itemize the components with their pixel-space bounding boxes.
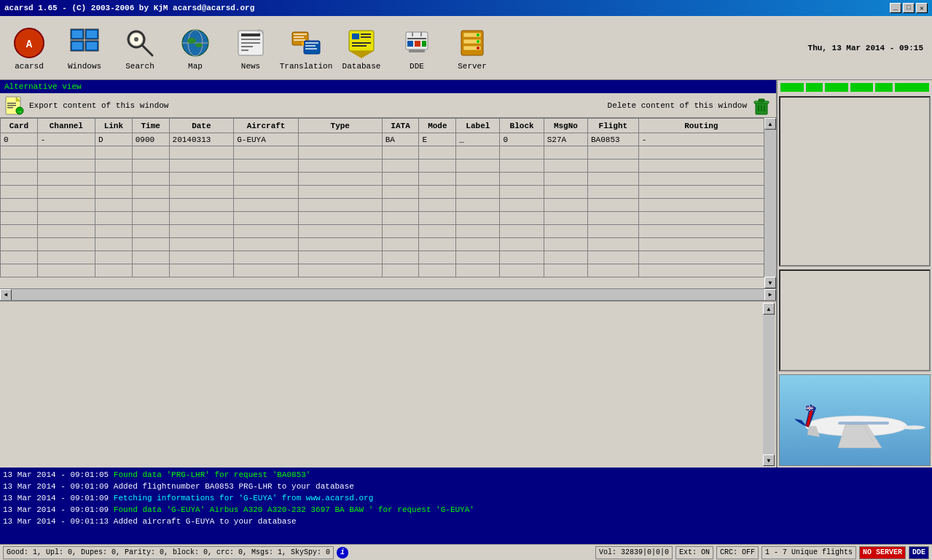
scroll-track[interactable] [764,130,776,277]
toolbar-label-windows: Windows [68,62,101,71]
log-line-1: 13 Mar 2014 - 09:01:05 Found data 'PRG-L… [3,469,929,481]
cell-block: 0 [500,133,544,146]
svg-line-12 [142,45,152,55]
svg-point-17 [187,38,196,44]
svg-point-13 [134,37,138,42]
datetime-display: Thu, 13 Mar 2014 - 09:15 [808,44,929,52]
scroll-down-button[interactable]: ▼ [764,277,776,288]
svg-rect-40 [361,36,371,38]
text-vertical-scrollbar[interactable]: ▲ ▼ [763,303,775,466]
svg-rect-39 [361,33,371,35]
log-line-4: 13 Mar 2014 - 09:01:09 Found data 'G-EUY… [3,504,929,516]
alt-view-label: Alternative view [4,82,82,91]
table-row[interactable]: 0 - D 0900 20140313 G-EUYA BA E _ [1,133,764,146]
translation-icon [289,25,324,60]
toolbar-item-server[interactable]: Server [446,19,498,77]
title-bar-left: acarsd 1.65 - (C) 2003-2006 by KjM acars… [4,4,254,12]
cell-link: D [95,133,132,146]
title-bar-controls: _ □ ✕ [890,3,928,13]
cell-date: 20140313 [169,133,234,146]
scroll-up-button[interactable]: ▲ [764,118,776,130]
svg-rect-9 [87,42,97,50]
status-main-text: Good: 1, Upl: 0, Dupes: 0, Parity: 0, bl… [7,548,330,556]
status-bar-6 [895,83,929,92]
map-icon [178,25,213,60]
toolbar-item-acarsd[interactable]: A acarsd [3,19,55,77]
info-icon[interactable]: i [337,547,348,559]
h-scroll-track[interactable] [12,289,764,301]
log-line-3: 13 Mar 2014 - 09:01:09 Fetching informat… [3,492,929,504]
svg-point-18 [195,43,203,47]
minimize-button[interactable]: _ [890,3,901,13]
status-dde-text: DDE [912,548,925,556]
toolbar: A acarsd Windows [0,16,932,80]
export-label[interactable]: Export content of this window [29,101,168,110]
col-mode: Mode [419,119,456,133]
col-time: Time [132,119,169,133]
svg-rect-73 [838,422,889,425]
vertical-scrollbar[interactable]: ▲ ▼ [764,118,776,288]
toolbar-item-news[interactable]: News [224,19,277,77]
close-button[interactable]: ✕ [916,3,928,13]
aircraft-svg [780,375,931,466]
log-line-5: 13 Mar 2014 - 09:01:13 Added aircraft G-… [3,516,929,527]
table-row-empty [1,159,764,173]
data-table-container[interactable]: Card Channel Link Time Date Aircraft Typ… [0,118,764,288]
status-bar-4 [850,83,874,92]
status-vol: Vol: 32839|0|0|0 [595,546,673,559]
database-icon [344,25,379,60]
status-vol-text: Vol: 32839|0|0|0 [599,548,669,556]
svg-rect-30 [294,39,305,41]
svg-rect-32 [305,42,318,44]
text-area-panel: ▲ ▼ [0,300,776,468]
svg-rect-48 [415,41,420,47]
toolbar-label-acarsd: acarsd [15,62,44,71]
right-panel [776,80,932,468]
toolbar-item-database[interactable]: Database [335,19,388,77]
svg-rect-67 [759,99,764,102]
scroll-right-button[interactable]: ► [764,289,776,301]
toolbar-item-windows[interactable]: Windows [58,19,111,77]
text-scroll-down[interactable]: ▼ [763,454,775,466]
trash-icon[interactable] [751,95,772,116]
table-row-empty [1,173,764,186]
horizontal-scrollbar[interactable]: ◄ ► [0,288,776,300]
toolbar-item-dde[interactable]: DDE [391,19,443,77]
cell-flight: BA0853 [588,133,639,146]
status-crc-text: CRC: OFF [720,548,755,556]
windows-icon [67,25,102,60]
toolbar-item-map[interactable]: Map [169,19,222,77]
table-row-empty [1,212,764,225]
status-bar: Good: 1, Upl: 0, Dupes: 0, Parity: 0, bl… [0,544,932,560]
text-scroll-up[interactable]: ▲ [763,303,775,315]
toolbar-item-translation[interactable]: Translation [280,19,332,77]
status-main: Good: 1, Upl: 0, Dupes: 0, Parity: 0, bl… [3,546,334,559]
col-link: Link [95,119,132,133]
svg-text:A: A [26,39,33,50]
cell-aircraft: G-EUYA [234,133,299,146]
alt-view-bar: Alternative view [0,80,776,93]
maximize-button[interactable]: □ [903,3,915,13]
svg-rect-34 [305,48,317,50]
col-iata: IATA [382,119,419,133]
table-row-empty [1,238,764,251]
table-row-empty [1,199,764,212]
app-title: acarsd 1.65 - (C) 2003-2006 by KjM acars… [4,4,254,12]
toolbar-item-search[interactable]: Search [114,19,166,77]
status-bar-2 [806,83,823,92]
server-icon [455,25,490,60]
cell-routing: - [638,133,764,146]
delete-label[interactable]: Delete content of this window [608,101,747,110]
col-aircraft: Aircraft [234,119,299,133]
status-ext-text: Ext: ON [679,548,710,556]
table-row-empty [1,225,764,238]
acarsd-icon: A [12,25,47,60]
search-icon [122,25,157,60]
svg-rect-47 [407,41,413,47]
text-scroll-track[interactable] [763,315,775,454]
scroll-left-button[interactable]: ◄ [0,289,12,301]
status-no-server-text: NO SERVER [863,548,902,556]
right-content-top [779,96,931,267]
status-unique: 1 - 7 Unique flights [761,546,856,559]
col-card: Card [1,119,38,133]
